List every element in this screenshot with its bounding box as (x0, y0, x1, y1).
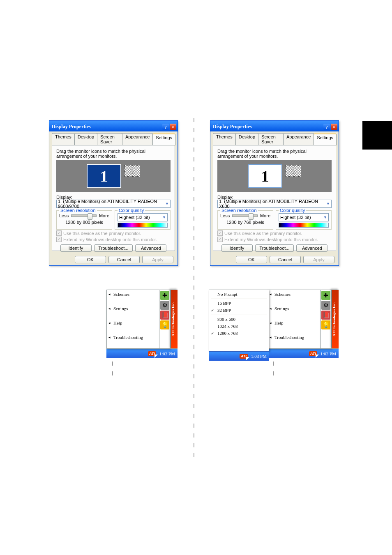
slider-thumb[interactable] (249, 213, 254, 220)
help-icon[interactable]: 📕 (160, 311, 169, 320)
menu-item-16bpp[interactable]: 16 BPP (209, 300, 269, 307)
menu-label: Troubleshooting (274, 335, 304, 340)
tab-settings[interactable]: Settings (314, 134, 337, 145)
check-icon: ✓ (211, 332, 215, 336)
identify-button[interactable]: Identify (221, 244, 253, 252)
menu-separator (211, 315, 267, 315)
tab-screen-saver[interactable]: Screen Saver (258, 133, 284, 145)
resolution-slider[interactable] (71, 214, 97, 217)
color-quality-combobox[interactable]: Highest (32 bit) ▼ (279, 213, 329, 221)
apply-button[interactable]: Apply (303, 256, 334, 263)
extend-desktop-label: Extend my Windows desktop onto this moni… (224, 237, 318, 242)
ati-menu: ◂Schemes ◂Settings ◂Help ◂Troubleshootin… (267, 290, 321, 349)
extend-desktop-checkbox-row[interactable]: ✓ Extend my Windows desktop onto this mo… (217, 237, 332, 242)
tab-screen-saver[interactable]: Screen Saver (97, 133, 122, 145)
troubleshoot-button[interactable]: Troubleshoot... (255, 244, 294, 252)
ok-button[interactable]: OK (236, 256, 267, 263)
resolution-value: 1280 by 768 pixels (220, 220, 270, 225)
troubleshoot-icon[interactable]: 💡 (160, 320, 169, 329)
color-quality-combobox[interactable]: Highest (32 bit) ▼ (118, 213, 168, 221)
ati-tray-icon[interactable]: ATI (309, 351, 317, 356)
primary-monitor-checkbox-row[interactable]: ✓ Use this device as the primary monitor… (56, 230, 171, 236)
screen-resolution-legend: Screen resolution (220, 208, 258, 213)
menu-label: 32 BPP (217, 308, 231, 313)
monitor-2-icon[interactable]: 2 (125, 165, 140, 177)
monitor-arrange-area[interactable]: 1 2 (217, 160, 332, 192)
drag-hint: Drag the monitor icons to match the phys… (56, 149, 171, 159)
cancel-button[interactable]: Cancel (270, 256, 301, 263)
tab-appearance[interactable]: Appearance (122, 133, 153, 145)
menu-item-help[interactable]: ◂Help (107, 320, 159, 327)
resolution-slider[interactable] (232, 214, 258, 217)
primary-monitor-label: Use this device as the primary monitor. (63, 231, 141, 236)
cancel-button[interactable]: Cancel (108, 256, 140, 263)
ati-icon-column: ✚ ⚙ 📕 💡 (321, 290, 332, 349)
settings-icon[interactable]: ⚙ (321, 301, 330, 310)
menu-item-settings[interactable]: ◂Settings (107, 305, 159, 312)
taskbar[interactable]: ATI 1:03 PM (267, 349, 339, 358)
menu-item-settings[interactable]: ◂Settings (268, 305, 320, 312)
identify-button[interactable]: Identify (60, 244, 92, 252)
menu-item-troubleshooting[interactable]: ◂Troubleshooting (107, 334, 159, 341)
scheme-icon[interactable]: ✚ (160, 291, 169, 300)
close-button[interactable]: × (331, 124, 337, 130)
color-quality-legend: Color quality (279, 208, 306, 213)
help-icon[interactable]: 📕 (321, 311, 330, 320)
tab-desktop[interactable]: Desktop (74, 133, 97, 145)
menu-item-800x600[interactable]: 800 x 600 (209, 316, 269, 323)
checkbox-icon: ✓ (56, 230, 62, 236)
advanced-button[interactable]: Advanced (135, 244, 166, 252)
menu-item-schemes[interactable]: ◂Schemes (107, 291, 159, 298)
tab-appearance[interactable]: Appearance (283, 133, 314, 145)
ok-button[interactable]: OK (75, 256, 106, 263)
tab-desktop[interactable]: Desktop (235, 133, 258, 145)
menu-item-32bpp[interactable]: ✓32 BPP (209, 307, 269, 314)
close-button[interactable]: × (170, 124, 176, 130)
screen-resolution-legend: Screen resolution (59, 208, 97, 213)
color-spectrum-bar (279, 223, 329, 228)
menu-item-no-prompt[interactable]: No Prompt (209, 291, 269, 298)
display-combobox[interactable]: 1. (Multiple Monitors) on ATI MOBILITY R… (56, 200, 171, 208)
display-combobox[interactable]: 1. (Multiple Monitors) on ATI MOBILITY R… (217, 200, 332, 208)
monitor-arrange-area[interactable]: 1 2 (56, 160, 171, 192)
tab-themes[interactable]: Themes (213, 133, 236, 145)
extend-desktop-label: Extend my Windows desktop onto this moni… (63, 237, 157, 242)
monitor-2-icon[interactable]: 2 (286, 165, 301, 177)
troubleshoot-button[interactable]: Troubleshoot... (94, 244, 133, 252)
menu-label: Schemes (113, 292, 129, 297)
titlebar[interactable]: Display Properties ? × (49, 121, 178, 131)
taskbar-clock: 1:03 PM (251, 354, 267, 359)
advanced-button[interactable]: Advanced (296, 244, 327, 252)
slider-thumb[interactable] (88, 213, 92, 220)
tab-themes[interactable]: Themes (52, 133, 75, 145)
help-button[interactable]: ? (323, 124, 330, 130)
taskbar[interactable]: ATI 1:03 PM (209, 351, 269, 361)
menu-item-help[interactable]: ◂Help (268, 320, 320, 327)
tab-settings[interactable]: Settings (152, 134, 175, 145)
display-properties-dialog-left: Display Properties ? × Themes Desktop Sc… (49, 120, 178, 266)
troubleshoot-icon[interactable]: 💡 (321, 320, 330, 329)
menu-item-1280x768[interactable]: ✓1280 x 768 (209, 330, 269, 337)
monitor-1-icon[interactable]: 1 (248, 164, 282, 188)
ati-tray-icon[interactable]: ATI (148, 351, 156, 356)
submenu-arrow-icon: ◂ (270, 336, 272, 339)
slider-more-label: More (99, 213, 109, 218)
titlebar[interactable]: Display Properties ? × (210, 121, 339, 131)
menu-separator (211, 299, 267, 299)
scheme-icon[interactable]: ✚ (321, 291, 330, 300)
settings-icon[interactable]: ⚙ (160, 301, 169, 310)
taskbar[interactable]: ATI 1:03 PM (106, 349, 178, 358)
display-value: 1. (Multiple Monitors) on ATI MOBILITY R… (219, 199, 326, 209)
ati-menu: ◂Schemes ◂Settings ◂Help ◂Troubleshootin… (106, 290, 159, 349)
menu-item-troubleshooting[interactable]: ◂Troubleshooting (268, 334, 320, 341)
menu-item-1024x768[interactable]: 1024 x 768 (209, 323, 269, 330)
apply-button[interactable]: Apply (142, 256, 173, 263)
primary-monitor-checkbox-row[interactable]: ✓ Use this device as the primary monitor… (217, 230, 332, 236)
display-value: 1. (Multiple Monitors) on ATI MOBILITY R… (58, 199, 165, 209)
menu-item-schemes[interactable]: ◂Schemes (268, 291, 320, 298)
monitor-1-icon[interactable]: 1 (87, 164, 121, 188)
title-text: Display Properties (52, 124, 91, 130)
ati-tray-icon[interactable]: ATI (240, 354, 248, 359)
help-button[interactable]: ? (162, 124, 169, 130)
extend-desktop-checkbox-row[interactable]: ✓ Extend my Windows desktop onto this mo… (56, 237, 171, 242)
